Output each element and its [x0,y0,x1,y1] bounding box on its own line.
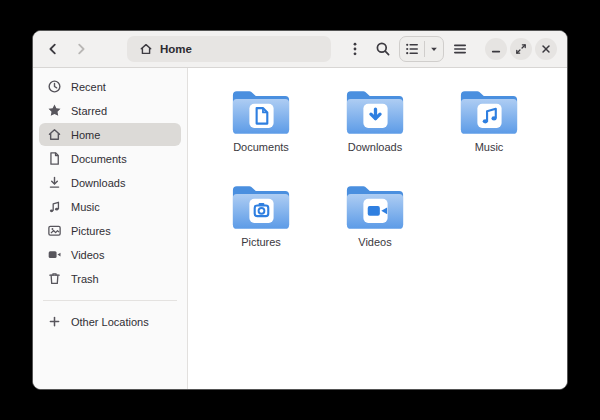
forward-button[interactable] [69,37,93,61]
trash-icon [47,271,62,286]
sidebar-item-videos[interactable]: Videos [39,243,181,266]
list-view-button[interactable] [400,37,424,61]
sidebar-item-documents[interactable]: Documents [39,147,181,170]
sidebar: Recent Starred Home Documents [33,68,188,389]
maximize-icon [514,42,528,56]
close-icon [539,42,553,56]
menu-dots-icon [347,41,363,57]
folder-icon-documents [230,85,292,136]
sidebar-item-label: Recent [71,81,106,93]
maximize-button[interactable] [510,38,532,60]
folder-icon-pictures [230,180,292,231]
sidebar-item-trash[interactable]: Trash [39,267,181,290]
folder-label: Pictures [241,236,281,248]
caret-down-icon [428,43,440,55]
folder-pictures[interactable]: Pictures [204,179,318,274]
view-options-button[interactable] [343,37,367,61]
path-label: Home [160,43,192,55]
sidebar-item-label: Trash [71,273,99,285]
sidebar-divider [43,300,177,301]
star-icon [47,103,62,118]
camcorder-icon [47,247,62,262]
sidebar-item-recent[interactable]: Recent [39,75,181,98]
sidebar-item-starred[interactable]: Starred [39,99,181,122]
hamburger-icon [452,41,468,57]
folder-label: Downloads [348,141,402,153]
home-icon [47,127,62,142]
sidebar-item-other-locations[interactable]: Other Locations [39,310,181,333]
minimize-button[interactable] [485,38,507,60]
sidebar-item-label: Other Locations [71,316,149,328]
picture-icon [47,223,62,238]
view-menu-dropdown[interactable] [425,37,443,61]
home-icon [139,42,153,56]
folder-label: Videos [358,236,391,248]
back-icon [45,41,61,57]
location-pathbar[interactable]: Home [127,36,331,62]
sidebar-item-home[interactable]: Home [39,123,181,146]
folder-label: Documents [233,141,289,153]
window-body: Recent Starred Home Documents [33,68,567,389]
search-button[interactable] [371,37,395,61]
download-arrow-icon [47,175,62,190]
sidebar-item-label: Starred [71,105,107,117]
folder-downloads[interactable]: Downloads [318,84,432,179]
forward-icon [73,41,89,57]
folder-videos[interactable]: Videos [318,179,432,274]
back-button[interactable] [41,37,65,61]
folder-icon-music [458,85,520,136]
sidebar-item-label: Videos [71,249,104,261]
view-switcher [399,36,444,62]
clock-icon [47,79,62,94]
sidebar-item-music[interactable]: Music [39,195,181,218]
music-note-icon [47,199,62,214]
folder-music[interactable]: Music [432,84,546,179]
folder-icon-downloads [344,85,406,136]
file-grid: Documents Downloads [188,68,567,389]
folder-label: Music [475,141,504,153]
window-controls [482,38,557,60]
minimize-icon [489,42,503,56]
sidebar-item-label: Music [71,201,100,213]
sidebar-item-label: Pictures [71,225,111,237]
main-menu-button[interactable] [448,37,472,61]
sidebar-item-downloads[interactable]: Downloads [39,171,181,194]
document-icon [47,151,62,166]
close-button[interactable] [535,38,557,60]
file-manager-window: Home [32,30,568,390]
search-icon [375,41,391,57]
sidebar-item-label: Documents [71,153,127,165]
list-view-icon [404,41,420,57]
sidebar-item-label: Home [71,129,100,141]
folder-documents[interactable]: Documents [204,84,318,179]
sidebar-item-pictures[interactable]: Pictures [39,219,181,242]
plus-icon [47,314,62,329]
sidebar-item-label: Downloads [71,177,125,189]
folder-icon-videos [344,180,406,231]
headerbar: Home [33,31,567,68]
